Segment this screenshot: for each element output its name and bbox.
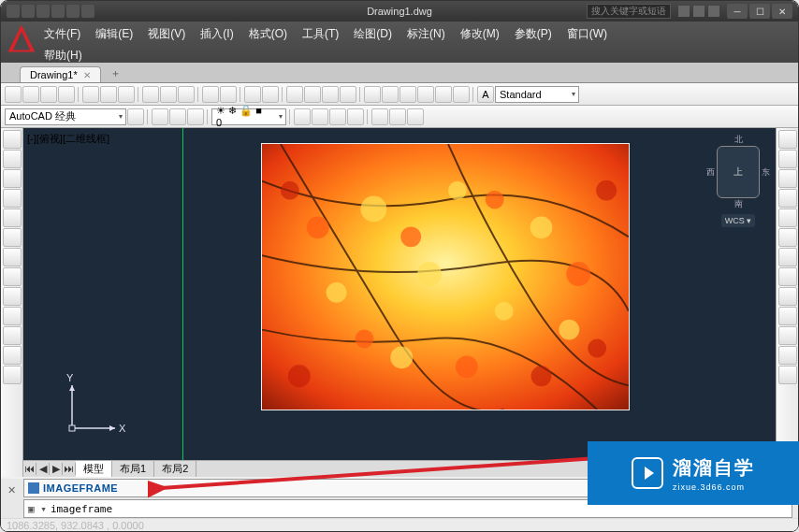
sheet-set-icon[interactable]: [417, 86, 434, 103]
paste-icon[interactable]: [178, 86, 195, 103]
tab-model[interactable]: 模型: [76, 461, 112, 477]
circle-tool-icon[interactable]: [3, 169, 22, 188]
login-icon[interactable]: [678, 6, 690, 17]
cube-top-face[interactable]: 上: [717, 146, 760, 198]
cmd-close-icon[interactable]: ✕: [5, 484, 18, 497]
open-file-icon[interactable]: [22, 86, 39, 103]
layer-lock-icon[interactable]: [187, 108, 204, 125]
qat-save-icon[interactable]: [36, 5, 50, 18]
polygon-tool-icon[interactable]: [3, 228, 22, 247]
text-tool-icon[interactable]: [3, 307, 22, 325]
exchange-icon[interactable]: [693, 6, 705, 17]
tab-last-icon[interactable]: ⏭: [63, 463, 76, 475]
erase-tool-icon[interactable]: [778, 130, 797, 149]
workspace-combo[interactable]: AutoCAD 经典: [5, 108, 126, 125]
qat-new-icon[interactable]: [7, 5, 20, 18]
copy-icon[interactable]: [160, 86, 177, 103]
viewport-label[interactable]: [-][俯视][二维线框]: [27, 132, 109, 146]
zoom-prev-icon[interactable]: [340, 86, 356, 103]
tab-layout2[interactable]: 布局2: [154, 461, 196, 477]
tool-palettes-icon[interactable]: [400, 86, 416, 103]
fillet-tool-icon[interactable]: [778, 346, 797, 365]
inserted-image[interactable]: [261, 143, 630, 410]
ungroup-icon[interactable]: [347, 108, 364, 125]
line-tool-icon[interactable]: [3, 130, 22, 149]
menu-help[interactable]: 帮助(H): [38, 45, 88, 66]
region-tool-icon[interactable]: [3, 366, 22, 384]
linetype-icon[interactable]: [389, 108, 406, 125]
select-icon[interactable]: [312, 108, 328, 125]
zoom-realtime-icon[interactable]: [304, 86, 321, 103]
preview-icon[interactable]: [100, 86, 117, 103]
qat-redo-icon[interactable]: [66, 5, 80, 18]
saveas-icon[interactable]: [58, 86, 75, 103]
block-editor-icon[interactable]: [220, 86, 237, 103]
mirror-tool-icon[interactable]: [778, 169, 797, 188]
app-menu-icon[interactable]: [5, 22, 38, 55]
view-cube[interactable]: 北 西 上 东 南 WCS ▾: [706, 134, 770, 227]
menu-window[interactable]: 窗口(W): [561, 23, 613, 45]
lineweight-icon[interactable]: [407, 108, 424, 125]
menu-modify[interactable]: 修改(M): [455, 23, 505, 45]
menu-draw[interactable]: 绘图(D): [348, 23, 398, 45]
design-center-icon[interactable]: [382, 86, 399, 103]
table-tool-icon[interactable]: [3, 326, 22, 345]
pan-icon[interactable]: [286, 86, 303, 103]
print-icon[interactable]: [82, 86, 99, 103]
group-icon[interactable]: [329, 108, 346, 125]
new-file-icon[interactable]: [5, 86, 22, 103]
tab-layout1[interactable]: 布局1: [112, 461, 154, 477]
trim-tool-icon[interactable]: [778, 307, 797, 325]
properties-icon[interactable]: [364, 86, 381, 103]
scale-tool-icon[interactable]: [778, 267, 797, 286]
menu-dim[interactable]: 标注(N): [401, 23, 451, 45]
tab-next-icon[interactable]: ▶: [50, 463, 63, 475]
pline-tool-icon[interactable]: [3, 150, 22, 168]
workspace-settings-icon[interactable]: [127, 108, 144, 125]
qat-open-icon[interactable]: [22, 5, 35, 18]
rect-tool-icon[interactable]: [3, 208, 22, 227]
stretch-tool-icon[interactable]: [778, 287, 797, 306]
match-props-icon[interactable]: [202, 86, 219, 103]
array-tool-icon[interactable]: [778, 208, 797, 227]
help-icon[interactable]: [708, 6, 719, 17]
tab-prev-icon[interactable]: ◀: [36, 463, 50, 475]
spline-tool-icon[interactable]: [3, 267, 22, 286]
close-tab-icon[interactable]: ✕: [83, 70, 91, 80]
save-icon[interactable]: [40, 86, 57, 103]
menu-insert[interactable]: 插入(I): [195, 23, 239, 45]
zoom-window-icon[interactable]: [322, 86, 339, 103]
copy-tool-icon[interactable]: [778, 150, 797, 168]
qat-print-icon[interactable]: [81, 5, 94, 18]
point-tool-icon[interactable]: [3, 346, 22, 365]
cut-icon[interactable]: [142, 86, 159, 103]
maximize-button[interactable]: ☐: [749, 4, 770, 19]
text-style-combo[interactable]: Standard: [495, 86, 579, 103]
markup-icon[interactable]: [435, 86, 452, 103]
publish-icon[interactable]: [118, 86, 135, 103]
close-button[interactable]: ✕: [772, 4, 792, 19]
search-input[interactable]: 搜入关键字或短语: [587, 4, 671, 19]
tab-first-icon[interactable]: ⏮: [23, 463, 36, 475]
menu-format[interactable]: 格式(O): [243, 23, 293, 45]
hatch-tool-icon[interactable]: [3, 287, 22, 306]
doc-tab-drawing1[interactable]: Drawing1* ✕: [20, 66, 101, 82]
arc-tool-icon[interactable]: [3, 189, 22, 208]
wcs-dropdown[interactable]: WCS ▾: [721, 214, 756, 227]
layer-combo[interactable]: ☀ ❄ 🔓 ■ 0: [211, 108, 286, 125]
undo-icon[interactable]: [244, 86, 261, 103]
menu-view[interactable]: 视图(V): [142, 23, 191, 45]
extend-tool-icon[interactable]: [778, 326, 797, 345]
qat-undo-icon[interactable]: [51, 5, 65, 18]
text-style-icon[interactable]: A: [477, 86, 494, 103]
offset-tool-icon[interactable]: [778, 189, 797, 208]
menu-params[interactable]: 参数(P): [509, 23, 558, 45]
measure-icon[interactable]: [294, 108, 311, 125]
paint-icon[interactable]: [371, 108, 388, 125]
layer-state-icon[interactable]: [152, 108, 168, 125]
rotate-tool-icon[interactable]: [778, 248, 797, 266]
drawing-canvas[interactable]: [-][俯视][二维线框]: [23, 128, 776, 460]
redo-icon[interactable]: [262, 86, 279, 103]
new-tab-button[interactable]: ＋: [105, 65, 126, 82]
move-tool-icon[interactable]: [778, 228, 797, 247]
